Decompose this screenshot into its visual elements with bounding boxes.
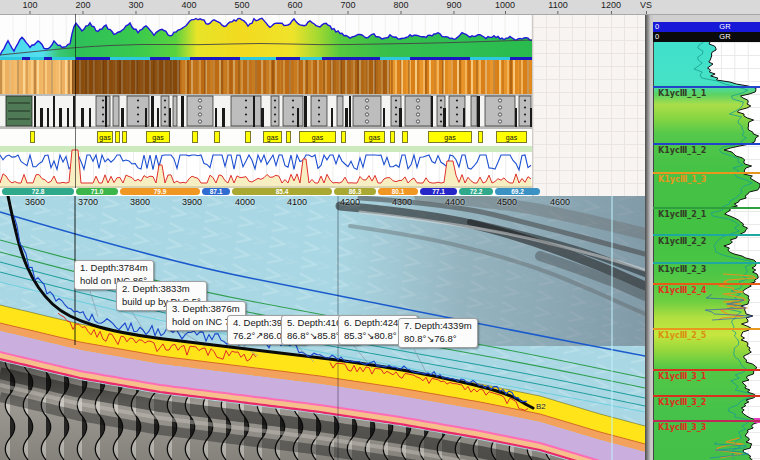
interval-average-segment[interactable]: 77.1 bbox=[420, 188, 457, 195]
gas-tag: gas bbox=[97, 131, 113, 143]
formation-top-line bbox=[653, 420, 760, 422]
formation-top-line bbox=[653, 207, 760, 209]
formation-label: K1ycⅢ_3_1 bbox=[658, 372, 706, 381]
interval-average-bar: 72.871.079.987.185.486.380.177.172.269.2 bbox=[0, 188, 545, 196]
formation-top-line bbox=[653, 172, 760, 174]
formation-label: K1ycⅢ_1_3 bbox=[658, 175, 706, 184]
gr-header-row[interactable]: 0GR bbox=[653, 32, 760, 42]
gas-tag: gas bbox=[263, 131, 282, 143]
gr-track bbox=[0, 14, 532, 60]
gas-tag bbox=[122, 131, 127, 143]
formation-label: K1ycⅢ_2_5 bbox=[658, 331, 706, 340]
formation-label: K1ycⅢ_2_3 bbox=[658, 265, 706, 274]
ruler-tick: 600 bbox=[287, 0, 302, 14]
gas-tag: gas bbox=[428, 131, 472, 143]
ruler-tick: 1200 bbox=[601, 0, 621, 14]
ruler-tick: 700 bbox=[340, 0, 355, 14]
formation-top-line bbox=[653, 234, 760, 236]
interval-average-segment[interactable]: 69.2 bbox=[495, 188, 540, 195]
gas-tag: gas bbox=[146, 131, 170, 143]
gas-tag bbox=[341, 131, 346, 143]
geosteering-app: 100200300400500600700800900100011001200V… bbox=[0, 0, 760, 460]
lithology-canvas bbox=[0, 94, 532, 128]
gas-tag bbox=[214, 131, 220, 143]
ruler-tick: 100 bbox=[22, 0, 37, 14]
interval-average-segment[interactable]: 80.1 bbox=[378, 188, 418, 195]
interval-average-segment[interactable]: 85.4 bbox=[232, 188, 332, 195]
gas-tag bbox=[286, 131, 291, 143]
interval-average-segment[interactable]: 72.2 bbox=[459, 188, 493, 195]
gas-tag bbox=[245, 131, 251, 143]
log-track-panel[interactable]: gasgasgasgasgasgasgas bbox=[0, 14, 532, 196]
empty-grid-area bbox=[532, 14, 646, 196]
formation-label: K1ycⅢ_1_2 bbox=[658, 146, 706, 155]
formation-top-line bbox=[653, 395, 760, 397]
ruler-tick: 900 bbox=[446, 0, 461, 14]
gas-tag bbox=[478, 131, 483, 143]
gas-tag bbox=[402, 131, 408, 143]
ruler-tick: 500 bbox=[234, 0, 249, 14]
formation-top-line bbox=[653, 328, 760, 330]
section-marker-line bbox=[75, 14, 76, 188]
panel-divider[interactable] bbox=[645, 14, 653, 460]
gas-tag: gas bbox=[299, 131, 336, 143]
trajectory-annotation[interactable]: 7. Depth:4339m80.8°↘76.8° bbox=[398, 318, 478, 348]
type-log-headers: 0GR0GR bbox=[653, 22, 760, 42]
gas-tag bbox=[30, 131, 35, 143]
gas-tag: gas bbox=[364, 131, 385, 143]
target-label: B2 bbox=[536, 402, 546, 411]
gr-curve-canvas bbox=[0, 14, 532, 60]
gas-tag bbox=[115, 131, 120, 143]
ruler-tick: 300 bbox=[128, 0, 143, 14]
formation-label: K1ycⅢ_3_3 bbox=[658, 423, 706, 432]
ruler-tick: 800 bbox=[393, 0, 408, 14]
interval-average-segment[interactable]: 71.0 bbox=[76, 188, 118, 195]
formation-top-line bbox=[653, 369, 760, 371]
ruler-tick: 1000 bbox=[495, 0, 515, 14]
formation-label: K1ycⅢ_2_2 bbox=[658, 237, 706, 246]
formation-top-line bbox=[653, 262, 760, 264]
heatmap-track bbox=[0, 60, 532, 94]
ruler-tick: 1100 bbox=[548, 0, 567, 14]
formation-label: K1ycⅢ_2_1 bbox=[658, 210, 706, 219]
log-curves-canvas bbox=[0, 146, 532, 188]
ruler-tick: VS bbox=[640, 0, 652, 14]
formation-label: K1ycⅢ_1_1 bbox=[658, 89, 706, 98]
formation-label: K1ycⅢ_3_2 bbox=[658, 398, 706, 407]
formation-top-line bbox=[653, 283, 760, 285]
interval-average-segment[interactable]: 72.8 bbox=[2, 188, 74, 195]
interval-average-segment[interactable]: 86.3 bbox=[334, 188, 376, 195]
formation-top-line bbox=[653, 86, 760, 88]
log-curves-track bbox=[0, 146, 532, 188]
interval-average-segment[interactable]: 79.9 bbox=[120, 188, 200, 195]
gas-tag bbox=[390, 131, 395, 143]
ruler-tick: 200 bbox=[75, 0, 90, 14]
gas-tag bbox=[192, 131, 198, 143]
lithology-track bbox=[0, 94, 532, 128]
formation-top-line bbox=[653, 143, 760, 145]
gas-tag: gas bbox=[496, 131, 527, 143]
type-log-panel[interactable]: 0GR0GR K1ycⅢ_1_1K1ycⅢ_1_2K1ycⅢ_1_3K1ycⅢ_… bbox=[653, 14, 760, 460]
formation-label: K1ycⅢ_2_4 bbox=[658, 286, 706, 295]
gr-header-row[interactable]: 0GR bbox=[653, 22, 760, 32]
gas-show-track: gasgasgasgasgasgasgas bbox=[0, 128, 532, 147]
interval-average-segment[interactable]: 87.1 bbox=[202, 188, 230, 195]
vs-ruler[interactable]: 100200300400500600700800900100011001200V… bbox=[0, 0, 760, 15]
ruler-tick: 400 bbox=[181, 0, 196, 14]
